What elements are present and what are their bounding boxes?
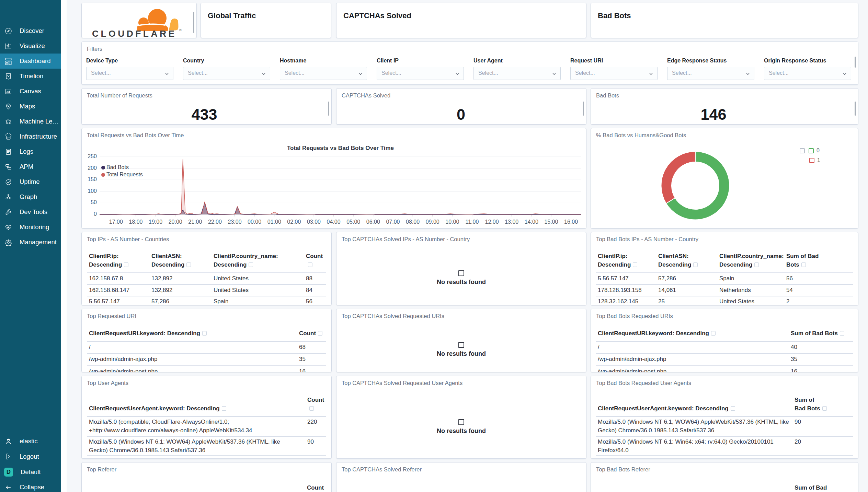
table-cell: 35 [791,355,858,363]
legend-toggle-icon[interactable] [800,148,805,153]
table-cell: 20 [795,437,836,446]
no-results-message: No results found [336,419,586,435]
cloudflare-logo: CLOUDFLARE ® [91,6,194,38]
table-header-cell[interactable]: Sum of Bad [795,483,829,492]
filter-select-device-type[interactable]: Select... [86,67,173,80]
filter-select-hostname[interactable]: Select... [280,67,367,80]
column-control-icon[interactable] [202,331,207,336]
metric-value: 433 [82,106,331,124]
table-header-cell[interactable]: Sum of Bad Bots [786,252,826,269]
y-axis-tick-label: 50 [91,199,97,206]
sidebar-item-graph[interactable]: Graph [0,189,61,204]
table-cell: 56 [786,274,846,283]
sidebar-item-monitoring[interactable]: Monitoring [0,220,61,235]
sidebar-item-timelion[interactable]: Timelion [0,69,61,84]
table-header-cell[interactable]: Sum of Bad Bots [795,396,822,413]
table-header-cell[interactable]: ClientASN: Descending [658,252,715,269]
x-axis-tick-label: 09:00 [421,219,444,225]
filter-select-client-ip[interactable]: Select... [377,67,464,80]
column-control-icon[interactable] [754,262,759,267]
sidebar-item-discover[interactable]: Discover [0,23,61,38]
filter-select-request-uri[interactable]: Select... [570,67,658,80]
table-cell: Spain [214,297,303,306]
table-row-separator [596,365,853,366]
legend-swatch-0[interactable] [809,148,814,153]
table-row-separator [87,365,326,366]
sidebar-item-management[interactable]: Management [0,235,61,250]
column-control-icon[interactable] [801,262,806,267]
sidebar-item-apm[interactable]: APM [0,159,61,174]
column-control-icon[interactable] [249,262,253,267]
column-control-icon[interactable] [318,331,322,336]
column-control-icon[interactable] [731,406,735,411]
table-header-cell[interactable]: ClientIP.ip: Descending [89,252,147,269]
table-header-cell[interactable]: ClientIP.ip: Descending [598,252,654,269]
filter-select-edge-response-status[interactable]: Select... [667,67,754,80]
sidebar-item-dashboard[interactable]: Dashboard [0,54,61,69]
sidebar-item-logs[interactable]: Logs [0,144,61,159]
sidebar-item-uptime[interactable]: Uptime [0,174,61,189]
table-header-cell[interactable]: Count [299,329,330,338]
sidebar-item-label: Machine Le… [20,118,59,125]
sidebar-footer-logout[interactable]: Logout [0,449,61,464]
column-control-icon[interactable] [308,262,312,267]
sidebar-item-infrastructure[interactable]: Infrastructure [0,129,61,144]
sidebar-item-dev-tools[interactable]: Dev Tools [0,204,61,220]
visualize-icon [5,43,12,50]
table-header-cell[interactable]: Sum of Bad Bots [791,329,856,338]
sidebar-item-maps[interactable]: Maps [0,99,61,114]
sidebar-item-visualize[interactable]: Visualize [0,38,61,54]
table-header-cell[interactable]: Count [306,252,325,269]
legend-item[interactable]: Bad Bots [101,164,129,171]
x-axis-tick-label: 01:00 [263,219,286,225]
table-header-label: ClientASN: Descending [151,253,184,268]
table-header-cell[interactable]: ClientRequestUserAgent.keyword: Descendi… [598,404,800,413]
column-control-icon[interactable] [822,406,827,411]
table-header-cell[interactable]: Count [307,396,328,413]
legend-label[interactable]: 0 [816,148,820,154]
panel-title: Top CAPTCHAs Solved IPs - AS Number - Co… [342,236,470,243]
no-results-icon [458,270,464,276]
panel-scrollbar[interactable] [855,57,856,68]
legend-item[interactable]: Total Requests [101,172,143,178]
column-control-icon[interactable] [124,262,128,267]
panel-title: Filters [87,46,102,52]
table-header-cell[interactable]: Count [307,483,328,492]
panel-scrollbar[interactable] [583,102,584,116]
sidebar-footer-default[interactable]: DDefault [0,465,61,480]
filter-select-origin-response-status[interactable]: Select... [764,67,851,80]
column-control-icon[interactable] [693,262,698,267]
table-header-cell[interactable]: ClientASN: Descending [151,252,210,269]
column-control-icon[interactable] [633,262,637,267]
column-control-icon[interactable] [309,406,314,411]
panel-scrollbar[interactable] [328,102,329,116]
column-control-icon[interactable] [222,406,226,411]
table-header-cell[interactable]: ClientIP.country_name: Descending [214,252,282,269]
panel-scrollbar[interactable] [855,102,856,116]
table-header-cell[interactable]: ClientIP.country_name: Descending [719,252,783,269]
chevron-down-icon [358,71,363,76]
legend-label[interactable]: 1 [817,157,820,163]
table-header-label: Sum of Bad [795,484,827,491]
filter-label: Hostname [280,58,367,64]
filter-select-country[interactable]: Select... [183,67,270,80]
column-control-icon[interactable] [186,262,191,267]
sidebar-item-machine-le[interactable]: Machine Le… [0,114,61,129]
panel-scrollbar[interactable] [193,12,194,33]
table-header-cell[interactable]: ClientRequestURI.keyword: Descending [89,329,288,338]
column-control-icon[interactable] [711,331,716,336]
canvas-icon [5,88,12,95]
sidebar-footer-collapse[interactable]: Collapse [0,480,61,492]
panel-title: Top Bad Bots IPs - AS Number - Country [596,236,698,243]
sidebar-item-canvas[interactable]: Canvas [0,84,61,99]
legend-swatch-1[interactable] [809,158,814,163]
sidebar-item-label: Monitoring [20,223,49,231]
sidebar: DiscoverVisualizeDashboardTimelionCanvas… [0,0,61,492]
column-control-icon[interactable] [840,331,844,336]
filter-select-user-agent[interactable]: Select... [473,67,561,80]
table-header-cell[interactable]: ClientRequestUserAgent.keyword: Descendi… [89,404,292,413]
table-header-cell[interactable]: ClientRequestURI.keyword: Descending [598,329,783,338]
sidebar-footer-elastic[interactable]: elastic [0,434,61,449]
logout-icon [5,453,12,460]
table-header-label: Count [307,484,324,491]
